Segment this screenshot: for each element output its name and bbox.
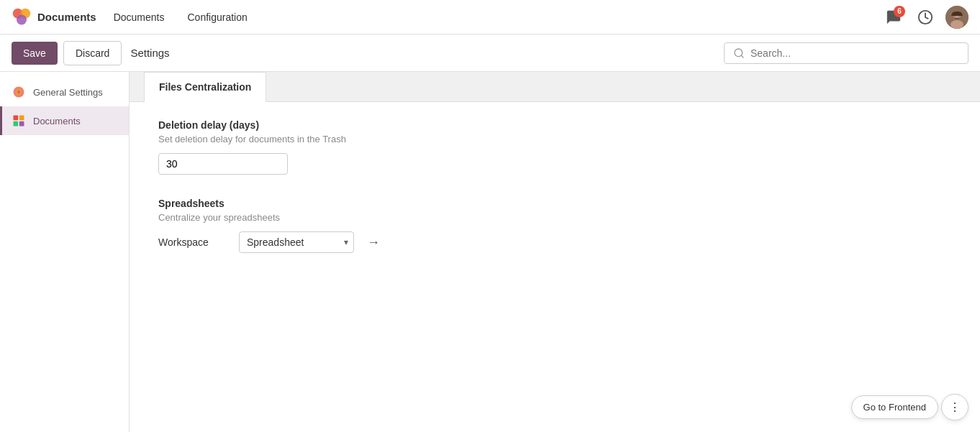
sidebar-item-documents-label: Documents: [33, 116, 81, 127]
deletion-delay-section: Deletion delay (days) Set deletion delay…: [158, 119, 951, 175]
workspace-label: Workspace: [158, 236, 230, 248]
workspace-navigate-button[interactable]: →: [363, 234, 384, 252]
avatar-icon: [945, 6, 968, 29]
deletion-delay-desc: Set deletion delay for documents in the …: [158, 134, 951, 144]
app-name: Documents: [37, 11, 96, 23]
content-area: Files Centralization Deletion delay (day…: [130, 72, 980, 432]
nav-icons: 6: [882, 6, 968, 29]
discard-button[interactable]: Discard: [63, 41, 122, 65]
search-box: [724, 42, 968, 64]
app-logo-icon: [12, 7, 32, 27]
tabs-bar: Files Centralization: [130, 72, 980, 102]
save-button[interactable]: Save: [12, 42, 58, 65]
go-to-frontend-button[interactable]: Go to Frontend: [851, 395, 938, 419]
spreadsheets-desc: Centralize your spreadsheets: [158, 212, 951, 223]
svg-rect-13: [14, 116, 19, 121]
nav-documents[interactable]: Documents: [108, 9, 171, 26]
main-layout: General Settings Documents Files Central…: [0, 72, 980, 432]
workspace-row: Workspace Spreadsheet ▾ →: [158, 231, 951, 253]
top-nav: Documents Documents Configuration 6: [0, 0, 980, 35]
svg-rect-16: [19, 121, 24, 127]
notification-badge: 6: [894, 6, 905, 17]
deletion-delay-title: Deletion delay (days): [158, 119, 951, 131]
app-logo[interactable]: Documents: [12, 7, 96, 27]
page-title: Settings: [130, 47, 169, 59]
toolbar: Save Discard Settings: [0, 35, 980, 72]
user-avatar[interactable]: [945, 6, 968, 29]
svg-rect-14: [19, 116, 24, 121]
spreadsheets-title: Spreadsheets: [158, 198, 951, 209]
sidebar-item-general-settings-label: General Settings: [33, 87, 103, 98]
svg-point-12: [17, 91, 19, 93]
nav-configuration[interactable]: Configuration: [182, 9, 253, 26]
search-icon: [733, 47, 745, 59]
sidebar: General Settings Documents: [0, 72, 130, 432]
chat-icon-btn[interactable]: 6: [882, 6, 905, 29]
deletion-delay-input[interactable]: [158, 153, 288, 175]
more-options-button[interactable]: ⋮: [941, 394, 968, 420]
svg-rect-15: [14, 121, 19, 127]
svg-point-6: [950, 20, 963, 29]
search-input[interactable]: [750, 47, 959, 59]
settings-content: Deletion delay (days) Set deletion delay…: [130, 102, 980, 432]
tab-files-centralization[interactable]: Files Centralization: [144, 72, 266, 102]
sidebar-item-documents[interactable]: Documents: [0, 106, 129, 135]
general-settings-icon: [12, 85, 26, 99]
sidebar-item-general-settings[interactable]: General Settings: [0, 78, 129, 106]
clock-icon-btn[interactable]: [914, 6, 937, 29]
workspace-select[interactable]: Spreadsheet: [239, 231, 354, 253]
workspace-select-wrap: Spreadsheet ▾: [239, 231, 354, 253]
footer-bar: Go to Frontend ⋮: [851, 394, 968, 420]
svg-point-2: [17, 14, 27, 24]
spreadsheets-section: Spreadsheets Centralize your spreadsheet…: [158, 198, 951, 253]
documents-icon: [12, 114, 26, 128]
clock-icon: [917, 9, 933, 25]
